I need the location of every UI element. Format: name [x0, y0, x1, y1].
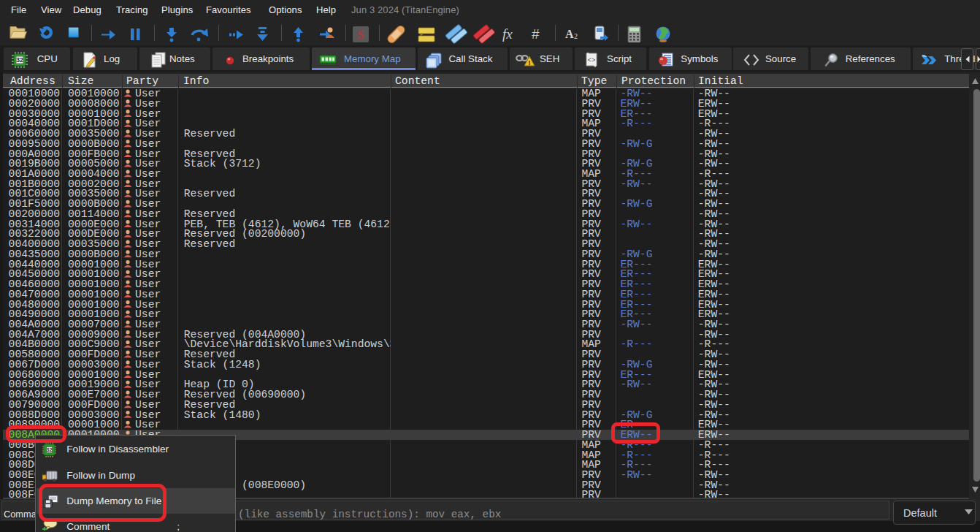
svg-text:fx: fx	[502, 26, 513, 42]
svg-text:32: 32	[17, 56, 24, 64]
svg-text:#: #	[532, 26, 540, 42]
svg-text:2: 2	[574, 32, 578, 40]
svg-text:A: A	[565, 28, 574, 40]
svg-text:S: S	[357, 28, 364, 42]
svg-text:!: !	[528, 59, 530, 66]
svg-text:32: 32	[47, 446, 53, 453]
svg-text:<>: <>	[587, 57, 595, 64]
